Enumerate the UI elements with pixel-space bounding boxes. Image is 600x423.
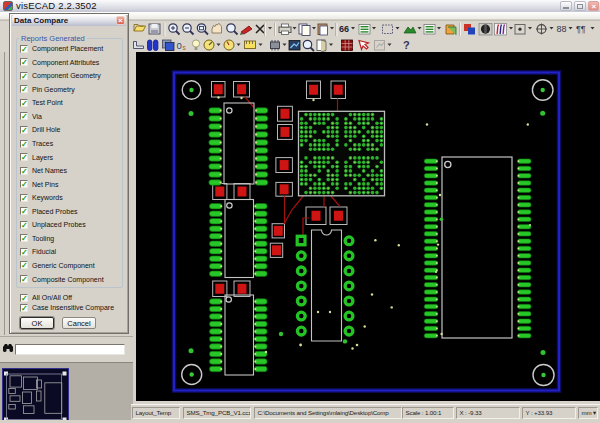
svg-text:s: s xyxy=(183,44,187,51)
svg-text:?: ? xyxy=(403,39,410,51)
svg-text:¶¶: ¶¶ xyxy=(576,24,586,34)
svg-text:66: 66 xyxy=(339,24,349,34)
svg-text:88: 88 xyxy=(557,24,567,34)
svg-text:0: 0 xyxy=(177,40,182,51)
